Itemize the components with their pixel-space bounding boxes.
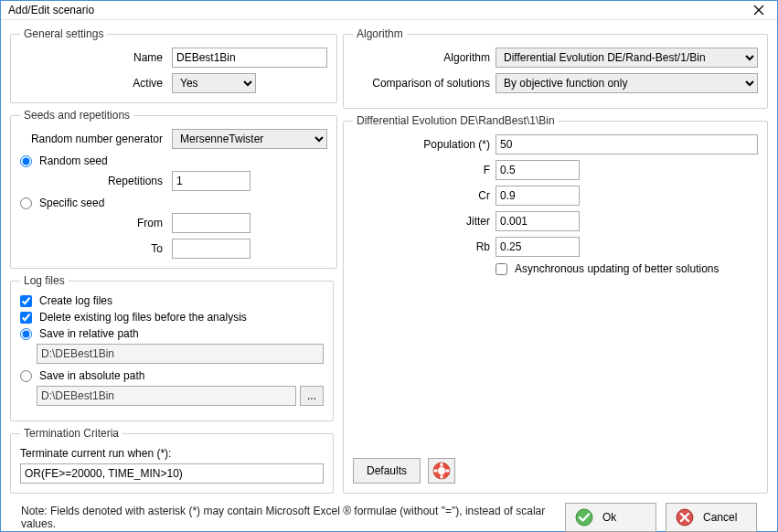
- cr-label: Cr: [353, 189, 490, 202]
- cancel-icon: [676, 508, 694, 527]
- from-label: From: [20, 217, 166, 229]
- save-absolute-radio[interactable]: [20, 370, 32, 382]
- defaults-button[interactable]: Defaults: [353, 458, 421, 484]
- specific-seed-radio[interactable]: [20, 197, 32, 209]
- specific-seed-label: Specific seed: [39, 197, 104, 209]
- to-input[interactable]: [172, 239, 250, 259]
- population-label: Population (*): [353, 138, 490, 151]
- repetitions-input[interactable]: [172, 171, 250, 191]
- content-area: General settings Name Active Yes Seeds a…: [1, 20, 777, 532]
- comparison-select[interactable]: By objective function only: [496, 73, 758, 93]
- browse-button[interactable]: ...: [300, 386, 324, 406]
- algorithm-group: Algorithm Algorithm Differential Evoluti…: [343, 27, 768, 109]
- termination-label: Terminate current run when (*):: [20, 447, 324, 460]
- cancel-button[interactable]: Cancel: [666, 503, 757, 532]
- svg-point-1: [438, 467, 445, 474]
- async-checkbox[interactable]: [496, 263, 507, 275]
- svg-point-7: [576, 509, 592, 526]
- lifebuoy-icon: [432, 462, 451, 480]
- repetitions-label: Repetitions: [20, 175, 166, 187]
- create-log-checkbox[interactable]: [20, 295, 32, 307]
- dialog-window: Add/Edit scenario General settings Name …: [0, 0, 778, 532]
- log-files-group: Log files Create log files Delete existi…: [10, 274, 334, 421]
- termination-group: Termination Criteria Terminate current r…: [10, 427, 334, 494]
- relative-path-input[interactable]: [37, 344, 324, 364]
- active-select[interactable]: Yes: [172, 73, 256, 93]
- ok-icon: [575, 508, 593, 527]
- save-absolute-label: Save in absolute path: [39, 369, 144, 382]
- from-input[interactable]: [172, 213, 250, 233]
- de-params-legend: Differential Evolution DE\RandBest\1\Bin: [353, 114, 559, 127]
- save-relative-label: Save in relative path: [39, 327, 139, 340]
- ok-button[interactable]: Ok: [565, 503, 656, 532]
- titlebar: Add/Edit scenario: [1, 1, 777, 20]
- close-button[interactable]: [748, 1, 770, 19]
- population-input[interactable]: [496, 134, 758, 154]
- rb-input[interactable]: [496, 237, 580, 257]
- seeds-group: Seeds and repetitions Random number gene…: [10, 109, 337, 269]
- name-label: Name: [20, 51, 166, 64]
- window-title: Add/Edit scenario: [8, 4, 748, 16]
- rng-label: Random number generator: [20, 133, 166, 145]
- algorithm-legend: Algorithm: [353, 27, 407, 40]
- to-label: To: [20, 242, 166, 255]
- footer-note: Note: Fields denoted with asterisk (*) m…: [21, 505, 556, 530]
- f-label: F: [353, 164, 490, 176]
- rng-select[interactable]: MersenneTwister: [172, 129, 327, 149]
- algorithm-label: Algorithm: [353, 51, 490, 64]
- jitter-label: Jitter: [353, 215, 490, 228]
- termination-input[interactable]: [20, 463, 324, 484]
- termination-legend: Termination Criteria: [20, 427, 123, 440]
- log-files-legend: Log files: [20, 274, 69, 287]
- comparison-label: Comparison of solutions: [353, 77, 490, 90]
- create-log-label: Create log files: [39, 294, 112, 307]
- delete-log-checkbox[interactable]: [20, 312, 32, 324]
- de-params-group: Differential Evolution DE\RandBest\1\Bin…: [343, 114, 768, 494]
- help-button[interactable]: [428, 458, 455, 484]
- general-settings-legend: General settings: [20, 27, 107, 40]
- delete-log-label: Delete existing log files before the ana…: [39, 311, 247, 324]
- jitter-input[interactable]: [496, 211, 580, 231]
- cr-input[interactable]: [496, 186, 580, 206]
- algorithm-select[interactable]: Differential Evolution DE/Rand-Best/1/Bi…: [496, 48, 758, 68]
- close-icon: [753, 5, 764, 16]
- f-input[interactable]: [496, 160, 580, 180]
- footer: Note: Fields denoted with asterisk (*) m…: [10, 494, 768, 532]
- general-settings-group: General settings Name Active Yes: [10, 27, 337, 103]
- rb-label: Rb: [353, 240, 490, 253]
- name-input[interactable]: [172, 48, 327, 68]
- active-label: Active: [20, 77, 166, 90]
- async-label: Asynchronous updating of better solution…: [515, 262, 719, 275]
- random-seed-label: Random seed: [39, 154, 108, 167]
- seeds-legend: Seeds and repetitions: [20, 109, 133, 122]
- random-seed-radio[interactable]: [20, 155, 32, 167]
- browse-label: ...: [307, 389, 316, 402]
- save-relative-radio[interactable]: [20, 328, 32, 340]
- absolute-path-input[interactable]: [37, 386, 296, 406]
